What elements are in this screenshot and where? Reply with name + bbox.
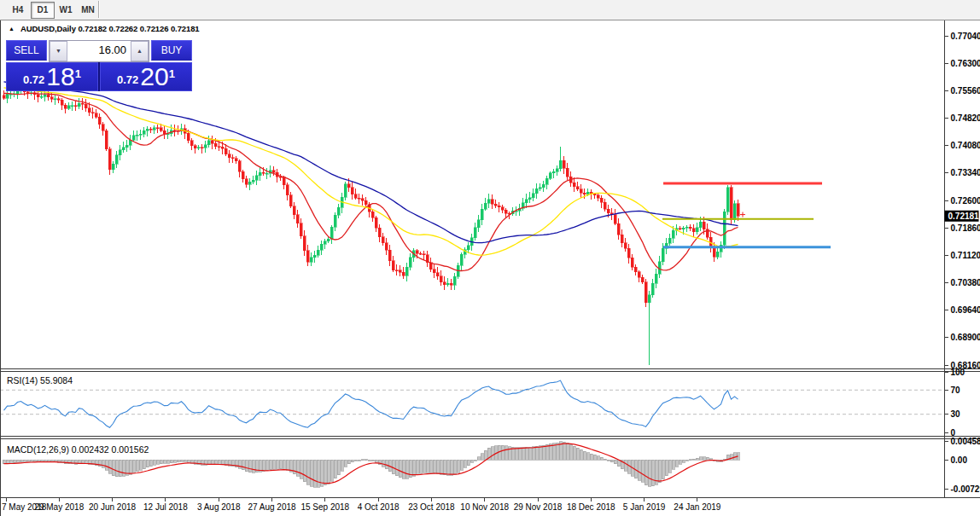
mt4-chart-window: { "toolbar": { "tabs": [ {"label": "H4",… xyxy=(0,0,980,516)
price-axis-label: 0.71120 xyxy=(951,251,980,260)
price-axis-label: 0.68900 xyxy=(951,333,980,342)
rsi-axis-label: 30 xyxy=(951,409,961,419)
date-axis-label: 29 Nov 2018 xyxy=(514,502,563,512)
tab-timeframe-w1[interactable]: W1 xyxy=(54,2,78,19)
volume-spinner: ▼ 16.00 ▲ xyxy=(49,40,149,62)
tab-timeframe-d1[interactable]: D1 xyxy=(31,2,55,19)
current-price-label: 0.72181 xyxy=(948,212,980,221)
trade-prices-row: 0.72 18 1 0.72 20 1 xyxy=(6,62,192,91)
price-axis-label: 0.73340 xyxy=(951,168,980,177)
chart-borders xyxy=(0,20,980,516)
sell-button[interactable]: SELL xyxy=(6,40,47,61)
price-axis-label: 0.72600 xyxy=(951,196,980,206)
macd-panel-label: MACD(12,26,9) 0.002432 0.001562 xyxy=(7,444,149,455)
rsi-axis-label: 70 xyxy=(951,386,961,395)
buy-price-button[interactable]: 0.72 20 1 xyxy=(100,62,192,91)
macd-axis-label: 0.004583 xyxy=(951,437,980,446)
date-axis-label: 27 Aug 2018 xyxy=(248,502,296,512)
price-axis-label: 0.74820 xyxy=(951,113,980,123)
timeframe-toolbar: H4 D1 W1 MN xyxy=(0,0,980,20)
rsi-level-lines xyxy=(0,390,944,414)
volume-decrease-icon[interactable]: ▼ xyxy=(50,41,67,61)
toolbar-separator xyxy=(98,1,100,18)
rsi-axis-label: 0 xyxy=(951,428,956,438)
sell-price-button[interactable]: 0.72 18 1 xyxy=(6,62,98,91)
date-axis-label: 3 Aug 2018 xyxy=(197,502,241,512)
ohlc-values: 0.72182 0.72262 0.72126 0.72181 xyxy=(78,24,199,33)
price-axis-label: 0.71860 xyxy=(951,223,980,233)
date-axis-label: 5 Jan 2019 xyxy=(623,502,666,512)
volume-field[interactable]: 16.00 xyxy=(67,41,131,61)
price-axis-label: 0.75560 xyxy=(951,86,980,96)
symbol-title: AUDUSD,Daily xyxy=(20,24,76,33)
macd-axis-label: -0.007292 xyxy=(951,484,980,494)
sell-price-pip: 1 xyxy=(75,70,81,78)
date-axis-label: 18 Dec 2018 xyxy=(567,502,615,512)
sell-price-big: 18 xyxy=(46,65,74,89)
macd-axis-label: 0.00 xyxy=(951,455,968,465)
date-axis-label: 10 Nov 2018 xyxy=(460,502,509,512)
date-axis-label: 15 Sep 2018 xyxy=(300,502,349,512)
buy-price-pip: 1 xyxy=(169,70,175,78)
volume-increase-icon[interactable]: ▲ xyxy=(131,41,149,61)
rsi-axis-label: 100 xyxy=(951,368,965,377)
sell-price-prefix: 0.72 xyxy=(23,72,44,89)
tab-timeframe-h4[interactable]: H4 xyxy=(6,2,30,19)
last-price-marker xyxy=(740,212,745,217)
buy-price-big: 20 xyxy=(140,65,168,89)
candles-layer xyxy=(3,86,739,365)
buy-button[interactable]: BUY xyxy=(151,40,192,61)
one-click-trading-panel: SELL ▼ 16.00 ▲ BUY 0.72 18 1 0.72 20 1 xyxy=(6,40,192,91)
price-axis[interactable]: 0.770400.763000.755600.748200.740800.733… xyxy=(945,32,980,494)
date-axis-label: 4 Oct 2018 xyxy=(358,502,400,512)
price-axis-label: 0.74080 xyxy=(951,141,980,150)
date-axis-label: 20 Jun 2018 xyxy=(89,502,136,512)
date-axis-label: 24 Jan 2019 xyxy=(674,502,720,512)
rsi-line xyxy=(4,380,738,427)
symbol-header: ▲ AUDUSD,Daily 0.72182 0.72262 0.72126 0… xyxy=(9,24,200,33)
date-axis[interactable]: 7 May 201829 May 201820 Jun 201812 Jul 2… xyxy=(2,498,721,513)
ma-line-MA-slow-navy xyxy=(4,82,738,243)
ma-line-MA-fast-red xyxy=(4,93,738,270)
ma-line-MA-mid-yellow xyxy=(4,88,738,255)
price-axis-label: 0.77040 xyxy=(951,32,980,41)
date-axis-label: 29 May 2018 xyxy=(34,502,84,512)
trade-controls-row: SELL ▼ 16.00 ▲ BUY xyxy=(6,40,192,61)
rsi-panel-label: RSI(14) 55.9084 xyxy=(7,375,73,386)
price-axis-label: 0.76300 xyxy=(951,59,980,68)
buy-price-prefix: 0.72 xyxy=(117,72,138,89)
price-axis-label: 0.69640 xyxy=(951,305,980,315)
tab-timeframe-mn[interactable]: MN xyxy=(76,2,100,19)
collapse-panel-icon[interactable]: ▲ xyxy=(9,26,15,32)
date-axis-label: 12 Jul 2018 xyxy=(143,502,188,512)
date-axis-label: 23 Oct 2018 xyxy=(408,502,455,512)
price-axis-label: 0.70380 xyxy=(951,278,980,287)
